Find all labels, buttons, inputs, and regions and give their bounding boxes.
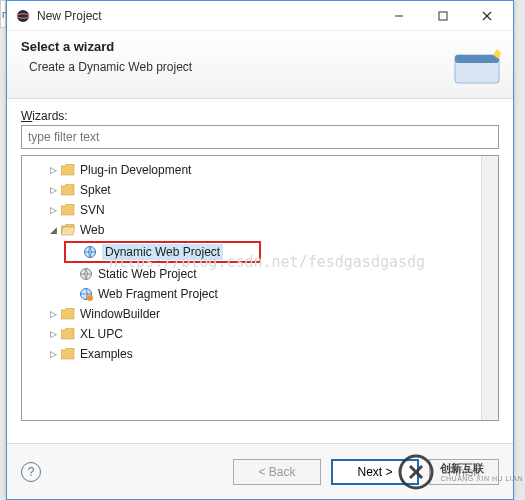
folder-icon bbox=[60, 203, 76, 217]
wizard-description: Create a Dynamic Web project bbox=[21, 60, 499, 74]
tree-label: WindowBuilder bbox=[80, 307, 160, 321]
tree-label: SVN bbox=[80, 203, 105, 217]
tree-node-svn[interactable]: ▷ SVN bbox=[24, 200, 479, 220]
tree-label: Web Fragment Project bbox=[98, 287, 218, 301]
expand-icon[interactable]: ▷ bbox=[46, 327, 60, 341]
window-title: New Project bbox=[37, 9, 377, 23]
wizard-content: WWizards:izards: https://blog.csdn.net/f… bbox=[7, 99, 513, 425]
expand-icon[interactable]: ▷ bbox=[46, 163, 60, 177]
tree-label: Dynamic Web Project bbox=[102, 244, 223, 260]
expand-icon[interactable]: ▷ bbox=[46, 183, 60, 197]
svg-point-12 bbox=[87, 295, 93, 301]
tree-node-xl-upc[interactable]: ▷ XL UPC bbox=[24, 324, 479, 344]
tree-label: Examples bbox=[80, 347, 133, 361]
vertical-scrollbar[interactable] bbox=[481, 156, 498, 420]
wizard-tree[interactable]: ▷ Plug-in Development ▷ Spket ▷ SVN ◢ bbox=[22, 156, 481, 420]
page-watermark: 创新互联 CHUANG XIN HU LIAN bbox=[396, 452, 523, 492]
wizard-banner-icon bbox=[449, 41, 505, 91]
minimize-button[interactable] bbox=[377, 2, 421, 30]
tree-node-spket[interactable]: ▷ Spket bbox=[24, 180, 479, 200]
wizards-label: WWizards:izards: bbox=[21, 109, 499, 123]
expand-icon[interactable]: ▷ bbox=[46, 307, 60, 321]
tree-label: Web bbox=[80, 223, 104, 237]
tree-node-dynamic-web-project[interactable]: ▷ Dynamic Web Project bbox=[24, 240, 479, 264]
close-button[interactable] bbox=[465, 2, 509, 30]
expand-icon[interactable]: ▷ bbox=[46, 347, 60, 361]
folder-open-icon bbox=[60, 223, 76, 237]
tree-label: Static Web Project bbox=[98, 267, 196, 281]
watermark-subtext: CHUANG XIN HU LIAN bbox=[440, 475, 523, 482]
tree-label: Spket bbox=[80, 183, 111, 197]
tree-container: ▷ Plug-in Development ▷ Spket ▷ SVN ◢ bbox=[21, 155, 499, 421]
collapse-icon[interactable]: ◢ bbox=[46, 223, 60, 237]
tree-label: Plug-in Development bbox=[80, 163, 191, 177]
wizard-header: Select a wizard Create a Dynamic Web pro… bbox=[7, 31, 513, 99]
globe-icon bbox=[78, 267, 94, 281]
svg-rect-3 bbox=[439, 12, 447, 20]
folder-icon bbox=[60, 183, 76, 197]
watermark-text: 创新互联 bbox=[440, 462, 523, 474]
folder-icon bbox=[60, 163, 76, 177]
tree-node-windowbuilder[interactable]: ▷ WindowBuilder bbox=[24, 304, 479, 324]
wizard-heading: Select a wizard bbox=[21, 39, 499, 54]
tree-node-examples[interactable]: ▷ Examples bbox=[24, 344, 479, 364]
back-button: < Back bbox=[233, 459, 321, 485]
filter-input[interactable] bbox=[21, 125, 499, 149]
maximize-button[interactable] bbox=[421, 2, 465, 30]
tree-node-web-fragment-project[interactable]: ▷ Web Fragment Project bbox=[24, 284, 479, 304]
tree-node-static-web-project[interactable]: ▷ Static Web Project bbox=[24, 264, 479, 284]
tree-label: XL UPC bbox=[80, 327, 123, 341]
titlebar: New Project bbox=[7, 1, 513, 31]
folder-icon bbox=[60, 307, 76, 321]
help-button[interactable]: ? bbox=[21, 462, 41, 482]
expand-icon[interactable]: ▷ bbox=[46, 203, 60, 217]
svg-point-0 bbox=[17, 10, 29, 22]
new-project-dialog: New Project Select a wizard Create a Dyn… bbox=[6, 0, 514, 500]
tree-node-web[interactable]: ◢ Web bbox=[24, 220, 479, 240]
globe-icon bbox=[78, 287, 94, 301]
watermark-logo-icon bbox=[396, 452, 436, 492]
tree-node-plugin-dev[interactable]: ▷ Plug-in Development bbox=[24, 160, 479, 180]
folder-icon bbox=[60, 347, 76, 361]
eclipse-icon bbox=[15, 8, 31, 24]
globe-icon bbox=[82, 245, 98, 259]
svg-rect-7 bbox=[455, 55, 499, 63]
folder-icon bbox=[60, 327, 76, 341]
